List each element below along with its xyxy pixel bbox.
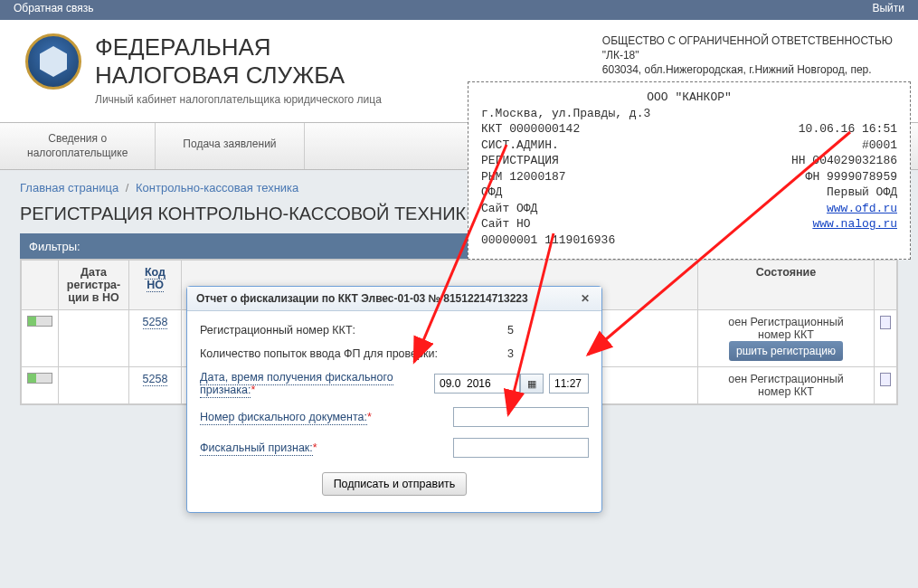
- company-address: 603034, обл.Нижегородская, г.Нижний Новг…: [602, 62, 893, 77]
- logout-link[interactable]: Выйти: [872, 2, 904, 18]
- receipt-no-site-link[interactable]: www.nalog.ru: [812, 216, 897, 232]
- agency-title-1: ФЕДЕРАЛЬНАЯ: [95, 33, 602, 62]
- receipt-no-site-label: Сайт НО: [481, 216, 531, 232]
- time-input[interactable]: [549, 374, 589, 394]
- doc-num-label: Номер фискального документа:: [200, 411, 367, 425]
- sign-and-send-button[interactable]: Подписать и отправить: [322, 472, 468, 496]
- fp-label: Фискальный признак:: [200, 441, 313, 456]
- attempts-label: Количество попыток ввода ФП для проверки…: [200, 347, 507, 360]
- company-name-full: ОБЩЕСТВО С ОГРАНИЧЕННОЙ ОТВЕТСТВЕННОСТЬЮ: [602, 33, 893, 48]
- receipt-reg-label: РЕГИСТРАЦИЯ: [481, 153, 559, 169]
- receipt-datetime: 10.06.16 16:51: [799, 121, 897, 138]
- company-info: ОБЩЕСТВО С ОГРАНИЧЕННОЙ ОТВЕТСТВЕННОСТЬЮ…: [602, 33, 893, 78]
- dialog-titlebar: Отчет о фискализации по ККТ Элвес-01-03 …: [187, 287, 601, 311]
- receipt-kkt: ККТ 0000000142: [481, 121, 580, 138]
- status-chip: [27, 316, 52, 327]
- calendar-icon[interactable]: ▦: [520, 374, 544, 394]
- receipt-ofd-site-link[interactable]: www.ofd.ru: [827, 201, 897, 217]
- nav-taxpayer-info[interactable]: Сведения о налогоплательщике: [0, 123, 156, 169]
- receipt-ofd-name: Первый ОФД: [827, 185, 897, 201]
- doc-num-input[interactable]: [453, 407, 589, 427]
- col-state: Состояние: [698, 261, 875, 310]
- row-state-text: оен Регистрационный: [704, 316, 868, 328]
- breadcrumb-sep: /: [126, 181, 129, 194]
- breadcrumb-current[interactable]: Контрольно-кассовая техника: [136, 181, 298, 194]
- row-state-text: оен Регистрационный: [704, 373, 868, 385]
- close-icon[interactable]: ✕: [578, 291, 592, 306]
- nav-submit-applications[interactable]: Подача заявлений: [156, 123, 304, 169]
- col-actions: [875, 261, 897, 310]
- date-label: Дата, время получения фискального призна…: [200, 371, 393, 398]
- reg-num-value: 5: [507, 324, 589, 337]
- receipt-admin-label: СИСТ.АДМИН.: [481, 138, 559, 154]
- col-no-code: Код НО: [129, 261, 182, 310]
- col-status: [22, 261, 59, 310]
- breadcrumb-home[interactable]: Главная страница: [20, 181, 118, 194]
- receipt-ofd-label: ОФД: [481, 185, 502, 201]
- receipt-company: ООО "КАНКОР": [481, 90, 897, 106]
- receipt-footer: 00000001 1119016936: [481, 232, 897, 249]
- reg-num-label: Регистрационный номер ККТ:: [200, 324, 507, 337]
- fiscal-receipt: ООО "КАНКОР" г.Москва, ул.Правды, д.3 КК…: [468, 81, 911, 260]
- date-input[interactable]: [434, 374, 520, 394]
- filters-label: Фильтры:: [29, 240, 80, 253]
- fns-logo: [25, 33, 81, 90]
- receipt-nn: НН 004029032186: [791, 153, 897, 169]
- attempts-value: 3: [507, 347, 589, 360]
- receipt-address: г.Москва, ул.Правды, д.3: [481, 106, 897, 122]
- receipt-admin-value: #0001: [862, 138, 897, 154]
- receipt-rnm: РНМ 12000187: [481, 169, 566, 185]
- fp-input[interactable]: [453, 438, 589, 458]
- no-code-link[interactable]: 5258: [143, 373, 168, 386]
- dialog-title-text: Отчет о фискализации по ККТ Элвес-01-03 …: [196, 292, 528, 305]
- document-icon[interactable]: [880, 316, 891, 329]
- no-code-link[interactable]: 5258: [143, 316, 168, 329]
- status-chip: [27, 373, 52, 384]
- company-short: "ЛК-18": [602, 48, 893, 62]
- receipt-ofd-site-label: Сайт ОФД: [481, 201, 537, 217]
- document-icon[interactable]: [880, 373, 891, 386]
- top-bar: Обратная связь Выйти: [0, 0, 918, 20]
- complete-registration-button[interactable]: ршить регистрацию: [729, 341, 843, 361]
- feedback-link[interactable]: Обратная связь: [14, 2, 93, 18]
- col-reg-date: Дата регистра-ции в НО: [59, 261, 129, 310]
- receipt-fn: ФН 9999078959: [806, 169, 897, 185]
- fiscalization-dialog: Отчет о фискализации по ККТ Элвес-01-03 …: [186, 286, 602, 513]
